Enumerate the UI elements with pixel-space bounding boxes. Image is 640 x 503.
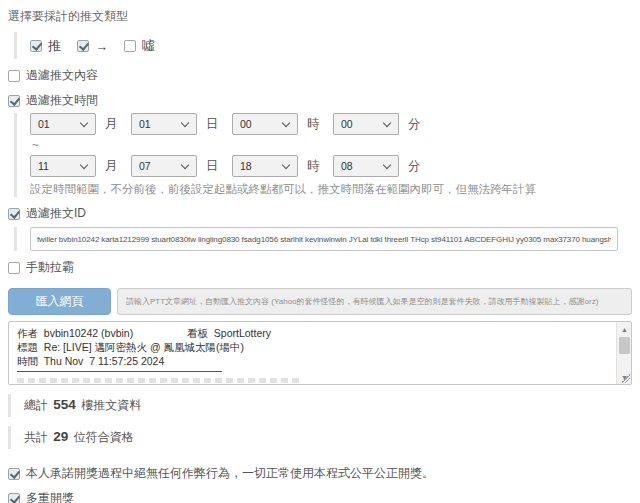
chevron-down-icon (383, 160, 391, 168)
minute-unit-label: 分 (408, 116, 421, 133)
filter-content-label: 過濾推文內容 (26, 67, 98, 84)
article-line-time: 時間 Thu Nov 7 11:57:25 2024 (17, 354, 611, 368)
manual-slot-label: 手動拉霸 (26, 259, 74, 276)
qualified-stat: 共計 29 位符合資格 (8, 426, 632, 449)
resize-grip-icon[interactable] (621, 374, 630, 383)
minute-unit-label: 分 (408, 158, 421, 175)
article-textarea[interactable]: 作者 bvbin10242 (bvbin)看板 SportLottery 標題 … (8, 321, 632, 385)
month-unit-label: 月 (105, 116, 118, 133)
day-unit-label: 日 (206, 116, 219, 133)
filter-content-checkbox[interactable] (8, 70, 20, 82)
time-range-tilde: ~ (32, 138, 632, 152)
manual-slot-row[interactable]: 手動拉霸 (8, 259, 632, 276)
filter-id-label: 過濾推文ID (26, 205, 86, 222)
article-line-title: 標題 Re: [LIVE] 邁阿密熱火 @ 鳳凰城太陽(場中) (17, 340, 611, 354)
fairness-agreement-label: 本人承諾開獎過程中絕無任何作弊行為，一切正常使用本程式公平公正開獎。 (26, 465, 434, 482)
arrow-label: → (95, 39, 108, 54)
scrollbar-thumb[interactable] (619, 337, 630, 354)
import-webpage-button[interactable]: 匯入網頁 (8, 288, 111, 315)
push-type-title: 選擇要採計的推文類型 (8, 8, 632, 25)
article-url-input[interactable] (117, 288, 632, 315)
end-hour-select[interactable]: 18 (232, 155, 298, 177)
qualified-count: 29 (51, 429, 70, 444)
chevron-down-icon (181, 118, 189, 126)
fairness-agreement-row[interactable]: 本人承諾開獎過程中絕無任何作弊行為，一切正常使用本程式公平公正開獎。 (8, 465, 632, 482)
boo-checkbox[interactable] (124, 40, 136, 52)
day-unit-label: 日 (206, 158, 219, 175)
multi-draw-checkbox[interactable] (8, 493, 20, 503)
chevron-down-icon (181, 160, 189, 168)
id-filter-block (14, 227, 632, 251)
push-type-block: 推 → 噓 (14, 32, 632, 59)
push-label: 推 (48, 37, 61, 55)
filter-time-row[interactable]: 過濾推文時間 (8, 92, 632, 109)
option-push[interactable]: 推 (30, 37, 61, 55)
filter-content-row[interactable]: 過濾推文內容 (8, 67, 632, 84)
article-separator (17, 371, 222, 372)
end-day-select[interactable]: 07 (131, 155, 197, 177)
start-day-select[interactable]: 01 (131, 113, 197, 135)
hour-unit-label: 時 (307, 158, 320, 175)
option-boo[interactable]: 噓 (124, 37, 155, 55)
start-hour-select[interactable]: 00 (232, 113, 298, 135)
push-checkbox[interactable] (30, 40, 42, 52)
id-filter-input[interactable] (30, 227, 618, 251)
filter-id-row[interactable]: 過濾推文ID (8, 205, 632, 222)
scroll-up-icon[interactable]: ▲ (617, 322, 632, 336)
fairness-agreement-checkbox[interactable] (8, 468, 20, 480)
filter-time-label: 過濾推文時間 (26, 92, 98, 109)
time-filter-block: 01 月 01 日 00 時 00 分 ~ 11 月 07 日 18 時 0 (14, 113, 632, 197)
chevron-down-icon (80, 160, 88, 168)
total-comments-count: 554 (51, 397, 78, 412)
start-month-select[interactable]: 01 (30, 113, 96, 135)
month-unit-label: 月 (105, 158, 118, 175)
chevron-down-icon (80, 118, 88, 126)
multi-draw-row[interactable]: 多重開獎 (8, 490, 632, 503)
chevron-down-icon (282, 118, 290, 126)
clipped-text-line (17, 378, 303, 383)
chevron-down-icon (383, 118, 391, 126)
manual-slot-checkbox[interactable] (8, 262, 20, 274)
import-row: 匯入網頁 (8, 288, 632, 315)
time-filter-help: 設定時間範圍，不分前後，前後設定起點或終點都可以，推文時間落在範圍內即可，但無法… (30, 182, 632, 197)
time-start-row: 01 月 01 日 00 時 00 分 (30, 113, 632, 135)
filter-id-checkbox[interactable] (8, 208, 20, 220)
total-comments-stat: 總計 554 樓推文資料 (8, 394, 632, 417)
start-minute-select[interactable]: 00 (333, 113, 399, 135)
article-content: 作者 bvbin10242 (bvbin)看板 SportLottery 標題 … (9, 322, 631, 372)
article-line-author-board: 作者 bvbin10242 (bvbin)看板 SportLottery (17, 326, 611, 340)
hour-unit-label: 時 (307, 116, 320, 133)
end-minute-select[interactable]: 08 (333, 155, 399, 177)
filter-time-checkbox[interactable] (8, 95, 20, 107)
chevron-down-icon (282, 160, 290, 168)
arrow-checkbox[interactable] (77, 40, 89, 52)
push-type-options: 推 → 噓 (30, 32, 632, 59)
time-end-row: 11 月 07 日 18 時 08 分 (30, 155, 632, 177)
option-arrow[interactable]: → (77, 39, 108, 54)
end-month-select[interactable]: 11 (30, 155, 96, 177)
multi-draw-label: 多重開獎 (26, 490, 74, 503)
ptt-lottery-page: { "colors": { "accent_blue": "#82aed6", … (0, 0, 640, 503)
boo-label: 噓 (142, 37, 155, 55)
